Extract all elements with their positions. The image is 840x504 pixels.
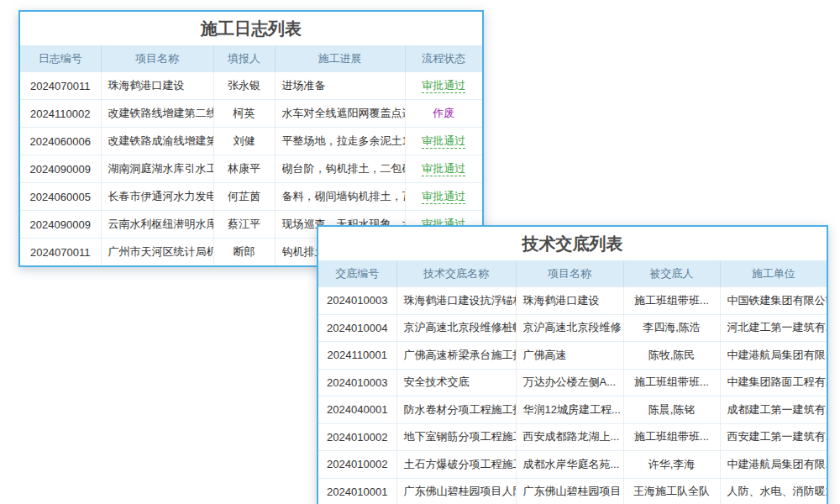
receiver-text: 李四海,陈浩: [623, 314, 720, 342]
column-header-project: 项目名称: [101, 45, 213, 72]
table-row: 2024090009湖南洞庭湖水库引水工程...林康平砌台阶，钩机排土，二包砌.…: [20, 155, 482, 183]
column-header-id: 日志编号: [20, 45, 101, 72]
status-badge[interactable]: 审批通过: [422, 162, 465, 176]
disclosure-name-link[interactable]: 珠海鹤港口建设抗浮锚杆...: [396, 287, 516, 315]
disclosure-name-link[interactable]: 地下室钢筋分项工程施工...: [396, 423, 516, 451]
project-name-link[interactable]: 广佛高速: [516, 342, 623, 370]
status-badge[interactable]: 作废: [433, 107, 454, 119]
technical-disclosure-panel: 技术交底列表 交底编号技术交底名称项目名称被交底人施工单位 2024010003…: [317, 225, 828, 504]
log-id-link[interactable]: 2024060005: [20, 183, 101, 211]
project-name-link[interactable]: 珠海鹤港口建设: [516, 287, 623, 315]
receiver-text: 施工班组带班...: [623, 423, 720, 451]
reporter-link[interactable]: 柯英: [213, 100, 275, 128]
project-name-link[interactable]: 广州市天河区统计局机房...: [101, 239, 213, 266]
receiver-text: 施工班组带班...: [623, 369, 720, 396]
receiver-text: 许华,李海: [623, 451, 720, 479]
reporter-link[interactable]: 蔡江平: [213, 211, 275, 239]
progress-text: 进场准备: [275, 72, 405, 100]
project-name-link[interactable]: 万达办公楼左侧A...: [516, 369, 623, 396]
reporter-link[interactable]: 林康平: [213, 155, 275, 183]
log-id-link[interactable]: 2024090009: [20, 155, 101, 183]
disclosure-id-link[interactable]: 2024010003: [318, 369, 396, 396]
project-name-link[interactable]: 长春市伊通河水力发电厂...: [101, 183, 213, 211]
project-name-link[interactable]: 改建铁路线增建第二线直...: [101, 100, 213, 128]
project-name-link[interactable]: 华润12城房建工程...: [516, 396, 623, 424]
progress-text: 备料，砌间墙钩机排土，瓦...: [275, 183, 405, 211]
disclosure-id-link[interactable]: 2024010001: [318, 478, 396, 504]
column-header-unit: 施工单位: [720, 260, 827, 287]
table-row: 2024010001广东佛山碧桂园项目人防...广东佛山碧桂园项目王海施工队全队…: [318, 478, 827, 504]
log-id-link[interactable]: 2024070011: [20, 72, 101, 100]
reporter-link[interactable]: 刘健: [213, 128, 275, 155]
column-header-name: 技术交底名称: [396, 260, 516, 287]
project-name-link[interactable]: 云南水利枢纽潜明水库一...: [101, 211, 213, 239]
table-row: 2024070011珠海鹤港口建设张永银进场准备审批通过: [20, 72, 482, 100]
technical-disclosure-title: 技术交底列表: [318, 227, 827, 260]
disclosure-name-link[interactable]: 安全技术交底: [396, 369, 516, 396]
project-name-link[interactable]: 湖南洞庭湖水库引水工程...: [101, 155, 213, 183]
construction-unit-text: 西安建工第一建筑有...: [720, 423, 827, 451]
progress-text: 砌台阶，钩机排土，二包砌...: [275, 155, 405, 183]
disclosure-id-link[interactable]: 2024010004: [318, 314, 396, 342]
disclosure-id-link[interactable]: 2024010003: [318, 287, 396, 315]
column-header-id: 交底编号: [318, 260, 396, 287]
status-badge[interactable]: 审批通过: [422, 134, 465, 149]
log-id-link[interactable]: 2024060006: [20, 128, 101, 155]
table-row: 2024010003安全技术交底万达办公楼左侧A...施工班组带班...中建集团…: [318, 369, 827, 396]
status-cell: 审批通过: [405, 128, 482, 155]
receiver-text: 陈晨,陈铭: [623, 396, 720, 424]
disclosure-id-link[interactable]: 2024010002: [318, 451, 396, 479]
status-cell: 审批通过: [405, 155, 482, 183]
project-name-link[interactable]: 成都水岸华庭名苑...: [516, 451, 623, 479]
log-table-header-row: 日志编号项目名称填报人施工进展流程状态: [20, 45, 482, 72]
construction-unit-text: 中建港航局集团有限...: [720, 342, 827, 370]
construction-unit-text: 中建港航局集团有限...: [720, 451, 827, 479]
disclosure-table-header-row: 交底编号技术交底名称项目名称被交底人施工单位: [318, 260, 827, 287]
column-header-project: 项目名称: [516, 260, 623, 287]
log-id-link[interactable]: 2024070011: [20, 239, 101, 266]
disclosure-name-link[interactable]: 广东佛山碧桂园项目人防...: [396, 478, 516, 504]
table-row: 2024010003珠海鹤港口建设抗浮锚杆...珠海鹤港口建设施工班组带班...…: [318, 287, 827, 315]
disclosure-id-link[interactable]: 2024010002: [318, 423, 396, 451]
table-row: 2024110001广佛高速桥梁承台施工技...广佛高速陈牧,陈民中建港航局集团…: [318, 342, 827, 370]
progress-text: 水车对全线遮阳网覆盖点进...: [275, 100, 405, 128]
project-name-link[interactable]: 京沪高速北京段维修: [516, 314, 623, 342]
project-name-link[interactable]: 改建铁路成渝线增建第二...: [101, 128, 213, 155]
disclosure-name-link[interactable]: 京沪高速北京段维修桩帽...: [396, 314, 516, 342]
disclosure-name-link[interactable]: 土石方爆破分项工程施工...: [396, 451, 516, 479]
column-header-reporter: 填报人: [213, 45, 275, 72]
receiver-text: 陈牧,陈民: [623, 342, 720, 370]
status-badge[interactable]: 审批通过: [422, 79, 465, 93]
log-id-link[interactable]: 2024110002: [20, 100, 101, 128]
table-row: 2024010002地下室钢筋分项工程施工...西安成都路龙湖上...施工班组带…: [318, 423, 827, 451]
disclosure-table-body: 2024010003珠海鹤港口建设抗浮锚杆...珠海鹤港口建设施工班组带班...…: [318, 287, 827, 504]
project-name-link[interactable]: 广东佛山碧桂园项目: [516, 478, 623, 504]
table-row: 2024110002改建铁路线增建第二线直...柯英水车对全线遮阳网覆盖点进..…: [20, 100, 482, 128]
construction-unit-text: 成都建工第一建筑有...: [720, 396, 827, 424]
table-row: 2024060005长春市伊通河水力发电厂...何芷茵备料，砌间墙钩机排土，瓦.…: [20, 183, 482, 211]
column-header-progress: 施工进展: [275, 45, 405, 72]
status-cell: 审批通过: [405, 183, 482, 211]
reporter-link[interactable]: 张永银: [213, 72, 275, 100]
disclosure-name-link[interactable]: 防水卷材分项工程施工技...: [396, 396, 516, 424]
disclosure-id-link[interactable]: 2024040001: [318, 396, 396, 424]
project-name-link[interactable]: 珠海鹤港口建设: [101, 72, 213, 100]
disclosure-id-link[interactable]: 2024110001: [318, 342, 396, 370]
table-row: 2024040001防水卷材分项工程施工技...华润12城房建工程...陈晨,陈…: [318, 396, 827, 424]
technical-disclosure-table: 交底编号技术交底名称项目名称被交底人施工单位 2024010003珠海鹤港口建设…: [318, 260, 827, 504]
status-cell: 作废: [405, 100, 482, 128]
table-row: 2024060006改建铁路成渝线增建第二...刘健平整场地，拉走多余泥土15.…: [20, 128, 482, 155]
status-cell: 审批通过: [405, 72, 482, 100]
column-header-status: 流程状态: [405, 45, 482, 72]
log-id-link[interactable]: 2024090009: [20, 211, 101, 239]
reporter-link[interactable]: 断郎: [213, 239, 275, 266]
project-name-link[interactable]: 西安成都路龙湖上...: [516, 423, 623, 451]
receiver-text: 施工班组带班...: [623, 287, 720, 315]
disclosure-name-link[interactable]: 广佛高速桥梁承台施工技...: [396, 342, 516, 370]
table-row: 2024010004京沪高速北京段维修桩帽...京沪高速北京段维修李四海,陈浩河…: [318, 314, 827, 342]
status-badge[interactable]: 审批通过: [422, 190, 465, 204]
construction-log-title: 施工日志列表: [20, 12, 482, 45]
receiver-text: 王海施工队全队: [623, 478, 720, 504]
construction-unit-text: 中建集团路面工程有...: [720, 369, 827, 396]
reporter-link[interactable]: 何芷茵: [213, 183, 275, 211]
